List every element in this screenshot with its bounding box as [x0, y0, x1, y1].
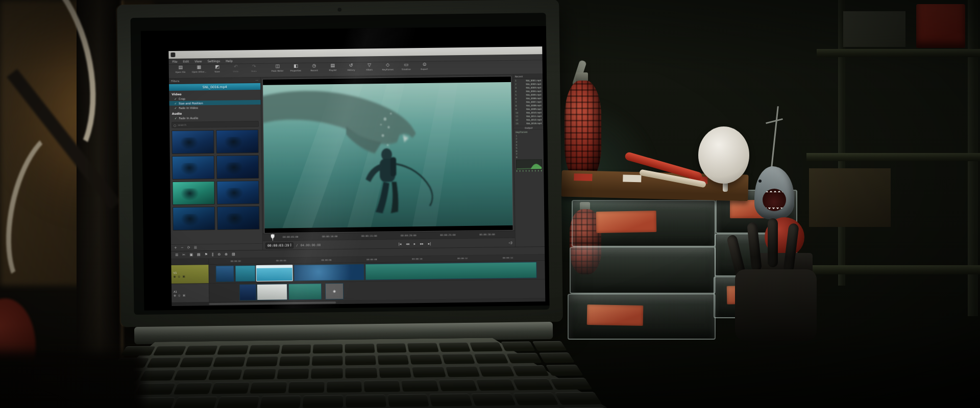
playlist-search[interactable]: ○ search	[172, 121, 259, 128]
timeline-clip[interactable]	[293, 264, 364, 281]
transport-rewind[interactable]: ◂◂	[406, 242, 409, 246]
toolbar-peak-meter[interactable]: ◫Peak Meter	[269, 64, 286, 72]
toolbar-open-other[interactable]: ▦Open Other...	[190, 65, 208, 73]
toolbar-open-file[interactable]: ▤Open File	[172, 65, 189, 74]
timeline-clip[interactable]	[235, 265, 256, 282]
scrollbar-thumb[interactable]	[209, 301, 336, 305]
toolbar-recent[interactable]: ◷Recent	[306, 63, 323, 72]
track-control-icon[interactable]: ◉	[174, 293, 176, 296]
clip-list-item[interactable]: 13SNL_0016.mp4	[514, 121, 543, 125]
menu-edit[interactable]: Edit	[183, 60, 189, 63]
keyboard-key	[550, 378, 593, 390]
track-name: A1	[174, 290, 207, 293]
timeline-clip[interactable]	[239, 284, 256, 300]
playlist-thumbnail[interactable]	[216, 130, 259, 154]
transport-skip-to-start[interactable]: |◂	[399, 242, 402, 246]
keyboard-key	[250, 381, 287, 394]
keyboard-key	[532, 341, 567, 351]
timeline-clip[interactable]: ◉	[325, 283, 344, 299]
playlist-thumbnail[interactable]	[216, 181, 259, 205]
toolbar-keyframes[interactable]: ◇Keyframes	[379, 63, 397, 71]
keyboard-key	[442, 353, 476, 364]
track-control-icon[interactable]: ◎	[178, 274, 180, 277]
track-control-icon[interactable]: ▣	[183, 293, 185, 296]
keyboard-key	[313, 344, 342, 353]
toolbar-undo[interactable]: ↶Undo	[227, 64, 244, 73]
keyboard-key	[303, 395, 343, 408]
search-icon: ○	[174, 123, 176, 126]
keyboard-key	[146, 357, 181, 368]
toolbar-properties[interactable]: ◧Properties	[287, 64, 305, 72]
bin-label	[587, 304, 644, 326]
db-tick	[541, 170, 542, 171]
playlist-thumbnail[interactable]	[172, 181, 215, 205]
keyboard-key	[173, 382, 213, 395]
playlist-tool-[interactable]: ⟳	[187, 246, 190, 250]
playlist-thumbnail[interactable]	[172, 130, 214, 154]
playhead-marker[interactable]	[271, 235, 275, 239]
transport-play[interactable]: ▸	[414, 242, 415, 246]
toolbar-redo[interactable]: ↷Redo	[246, 64, 263, 73]
toolbar-export[interactable]: ⊙Export	[416, 62, 433, 71]
timeline-tool[interactable]: ⊕	[225, 252, 228, 257]
checkmark-icon: ✓	[175, 106, 177, 109]
timeline-tool[interactable]: ⊖	[217, 252, 220, 257]
playlist-tool-[interactable]: ☰	[194, 245, 197, 249]
menu-help[interactable]: Help	[226, 59, 233, 63]
timeline-ruler-label: 00:00:14	[503, 257, 513, 259]
volume-icon[interactable]: ◁)	[508, 240, 512, 244]
playlist-thumbnail[interactable]	[217, 206, 260, 230]
toolbar-timeline[interactable]: ▭Timeline	[398, 62, 415, 71]
playlist-tool-[interactable]: +	[174, 246, 177, 250]
timeline-tool[interactable]: ⚑	[205, 252, 208, 257]
keyboard-key	[387, 394, 429, 407]
keyboard-key	[346, 394, 386, 407]
playlist-thumbnail[interactable]	[172, 156, 215, 180]
timeline-tool[interactable]: ▤	[197, 252, 201, 257]
playlist-tool-[interactable]: −	[181, 246, 184, 250]
timeline-ruler-label: 00:00:02	[231, 260, 241, 262]
menu-settings[interactable]: Settings	[207, 59, 220, 63]
timecode-field[interactable]: 00:00:03:29 ▲▼	[265, 242, 293, 249]
toolbar-filters[interactable]: ▽Filters	[361, 63, 378, 71]
timeline-tool[interactable]: ▣	[189, 253, 193, 257]
filters-playlist-column: Filters ⋯ SNL_0016.mp4 Video✓Crop✓Size a…	[169, 78, 263, 251]
track-head-v1[interactable]: V1◉◎▣	[171, 265, 208, 284]
timeline-clip[interactable]	[288, 283, 322, 300]
timeline-tool[interactable]: ▨	[232, 252, 235, 257]
timecode-spinner[interactable]: ▲▼	[290, 243, 291, 247]
menu-view[interactable]: View	[194, 59, 202, 63]
transport-fast-forward[interactable]: ▸▸	[420, 242, 424, 246]
timeline-tool[interactable]: ☰	[175, 253, 178, 257]
timeline-clip[interactable]	[256, 265, 293, 282]
menu-file[interactable]: File	[173, 60, 178, 63]
timeline-tool[interactable]: ∥	[212, 252, 214, 257]
keyboard-key	[211, 382, 250, 394]
transport-skip-to-end[interactable]: ▸|	[428, 241, 431, 245]
toolbar-history[interactable]: ↺History	[342, 63, 360, 72]
keyboard-key	[438, 342, 471, 352]
track-head-a1[interactable]: A1◉◎▣	[172, 284, 209, 303]
timeline-tool[interactable]: ✂	[182, 253, 185, 257]
timeline-clip[interactable]	[257, 284, 287, 300]
clip-list-panel: Recent 1SNL_0001.mp42SNL_0002.mp43SNL_00…	[513, 74, 545, 247]
filter-item-fade-in-audio[interactable]: ✓Fade In Audio	[169, 115, 261, 120]
keyboard-key	[474, 353, 509, 364]
db-tick	[523, 170, 523, 172]
keyframes-list: 12345678	[514, 134, 544, 159]
panel-menu-icon[interactable]: ⋯	[255, 79, 258, 82]
toolbar-save[interactable]: ◩Save	[209, 65, 226, 73]
keyboard-key	[512, 365, 549, 376]
playlist-thumbnail[interactable]	[216, 155, 259, 179]
timeline-clip[interactable]	[365, 262, 536, 280]
track-control-icon[interactable]: ◉	[174, 274, 176, 277]
track-control-icon[interactable]: ◎	[178, 293, 181, 296]
keyframe-row[interactable]: 8	[514, 155, 544, 159]
keyboard-key	[277, 368, 309, 379]
track-control-icon[interactable]: ▣	[182, 274, 185, 277]
toolbar-playlist[interactable]: ▤Playlist	[324, 63, 341, 72]
playlist-thumbnail[interactable]	[173, 207, 215, 231]
video-preview[interactable]	[262, 76, 513, 234]
timeline-clip[interactable]	[216, 266, 235, 282]
db-tick	[532, 170, 532, 171]
